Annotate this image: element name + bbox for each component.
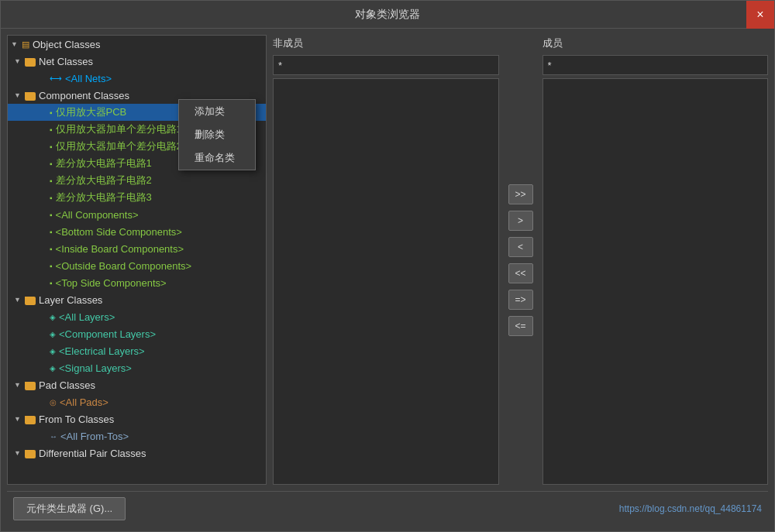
tree-item-label: <Electrical Layers> (59, 345, 145, 357)
title-bar: 对象类浏览器 × (1, 1, 774, 29)
tree-item-label: 仅用放大器加单个差分电路1 (56, 122, 182, 136)
context-menu-item-rename-class[interactable]: 重命名类 (179, 146, 255, 170)
tree-item-label: <Top Side Components> (56, 277, 167, 289)
tree-item-pad-classes[interactable]: ▼Pad Classes (8, 376, 266, 393)
tree-item-icon: ↔ (50, 432, 57, 441)
non-member-list[interactable] (273, 78, 499, 485)
tree-arrow: ▼ (14, 415, 23, 423)
tree-item-icon (25, 57, 36, 66)
tree-item-label: Differential Pair Classes (39, 448, 146, 459)
tree-item-label: Component Classes (39, 90, 129, 101)
tree-item-icon (25, 91, 36, 100)
tree-item-all-fromtos[interactable]: ↔<All From-Tos> (8, 427, 266, 444)
tree-item-label: 仅用放大器加单个差分电路2 (56, 139, 182, 153)
tree-item-icon: ◈ (50, 364, 56, 372)
tree-item-diff-pair-classes[interactable]: ▼Differential Pair Classes (8, 444, 266, 462)
tree-item-label: <All Nets> (65, 73, 112, 84)
tree-item-icon: ◈ (50, 347, 56, 355)
tree-item-outside-board[interactable]: ▪<Outside Board Components> (8, 257, 266, 274)
tree-item-fromto-classes[interactable]: ▼From To Classes (8, 410, 266, 427)
tree-item-icon: ◈ (50, 330, 56, 338)
tree-item-inside-board[interactable]: ▪<Inside Board Components> (8, 240, 266, 257)
tree-arrow: ▼ (14, 57, 23, 65)
tree-item-component-layers[interactable]: ◈<Component Layers> (8, 325, 266, 342)
tree-item-icon: ◈ (50, 313, 56, 321)
tree-item-label: <All Layers> (59, 311, 115, 323)
tree-item-icon: ▪ (50, 262, 53, 270)
tree-item-all-pads[interactable]: ◎<All Pads> (8, 393, 266, 410)
all-right-button[interactable]: >> (508, 184, 533, 204)
tree-item-net-classes[interactable]: ▼Net Classes (8, 53, 266, 70)
close-button[interactable]: × (746, 1, 774, 29)
tree-item-label: <Component Layers> (59, 328, 156, 340)
tree-item-icon: ▪ (50, 177, 53, 185)
tree-item-label: 差分放大电路子电路3 (56, 190, 152, 204)
arrow-buttons-column: >> > < << => <= (505, 35, 536, 485)
assign-left-button[interactable]: <= (508, 316, 533, 336)
tree-arrow: ▼ (14, 91, 23, 99)
tree-item-label: <Bottom Side Components> (56, 226, 182, 238)
tree-item-comp-5[interactable]: ▪差分放大电路子电路3 (8, 189, 266, 206)
tree-item-all-layers[interactable]: ◈<All Layers> (8, 308, 266, 325)
tree-item-label: <All Pads> (60, 396, 108, 408)
tree-item-icon (25, 415, 36, 424)
member-list[interactable] (542, 78, 769, 485)
context-menu: 添加类删除类重命名类 (178, 99, 256, 170)
context-menu-item-remove-class[interactable]: 删除类 (179, 123, 255, 146)
member-filter[interactable] (542, 55, 769, 75)
right-button[interactable]: > (508, 211, 533, 231)
tree-item-object-classes[interactable]: ▼▤Object Classes (8, 36, 266, 53)
tree-item-label: <Outside Board Components> (56, 260, 192, 272)
tree-item-icon: ▪ (50, 228, 53, 236)
tree-item-label: <Inside Board Components> (56, 243, 184, 255)
bottom-bar: 元件类生成器 (G)... https://blog.csdn.net/qq_4… (7, 491, 768, 525)
tree-item-icon: ◎ (50, 398, 57, 407)
tree-item-icon: ▪ (50, 125, 53, 134)
tree-item-icon: ▪ (50, 194, 53, 202)
tree-arrow: ▼ (14, 296, 23, 304)
tree-item-label: <Signal Layers> (59, 362, 132, 374)
close-icon: × (756, 8, 763, 22)
non-member-panel: 非成员 (273, 35, 499, 485)
tree-item-icon: ▪ (50, 211, 53, 219)
tree-item-label: Layer Classes (39, 294, 102, 306)
tree-item-layer-classes[interactable]: ▼Layer Classes (8, 291, 266, 308)
tree-item-icon (25, 296, 36, 304)
non-member-label: 非成员 (273, 35, 499, 52)
member-label: 成员 (542, 35, 769, 52)
tree-item-icon: ⟷ (50, 74, 62, 84)
tree-item-label: 差分放大电路子电路1 (56, 156, 152, 170)
dialog-title: 对象类浏览器 (355, 8, 420, 22)
all-left-button[interactable]: << (508, 263, 533, 283)
tree-item-label: 仅用放大器PCB (56, 105, 127, 119)
tree-item-all-nets[interactable]: ⟷<All Nets> (8, 70, 266, 87)
context-menu-item-add-class[interactable]: 添加类 (179, 100, 255, 123)
tree-item-icon: ▪ (50, 108, 53, 117)
tree-item-label: <All Components> (56, 209, 139, 221)
member-panel: 成员 (542, 35, 769, 485)
tree-arrow: ▼ (14, 449, 23, 457)
tree-arrow: ▼ (11, 40, 20, 48)
tree-item-all-components[interactable]: ▪<All Components> (8, 206, 266, 223)
tree-item-label: Net Classes (39, 56, 93, 67)
tree-item-label: <All From-Tos> (60, 431, 129, 442)
left-button[interactable]: < (508, 237, 533, 257)
tree-item-comp-4[interactable]: ▪差分放大电路子电路2 (8, 172, 266, 189)
non-member-filter[interactable] (273, 55, 499, 75)
tree-item-icon (25, 381, 36, 390)
assign-right-button[interactable]: => (508, 290, 533, 310)
dialog-body: ▼▤Object Classes▼Net Classes⟷<All Nets>▼… (1, 29, 774, 531)
tree-item-electrical-layers[interactable]: ◈<Electrical Layers> (8, 342, 266, 359)
tree-item-icon: ▪ (50, 245, 53, 253)
tree-item-label: 差分放大电路子电路2 (56, 173, 152, 187)
generator-button[interactable]: 元件类生成器 (G)... (13, 497, 126, 520)
tree-item-label: Object Classes (33, 39, 100, 50)
tree-item-icon: ▤ (22, 39, 29, 50)
main-content: ▼▤Object Classes▼Net Classes⟷<All Nets>▼… (7, 35, 768, 485)
tree-item-icon: ▪ (50, 160, 53, 168)
tree-item-signal-layers[interactable]: ◈<Signal Layers> (8, 359, 266, 376)
tree-item-label: From To Classes (39, 414, 114, 425)
tree-item-top-side[interactable]: ▪<Top Side Components> (8, 274, 266, 291)
tree-item-icon: ▪ (50, 279, 53, 287)
tree-item-bottom-side[interactable]: ▪<Bottom Side Components> (8, 223, 266, 240)
